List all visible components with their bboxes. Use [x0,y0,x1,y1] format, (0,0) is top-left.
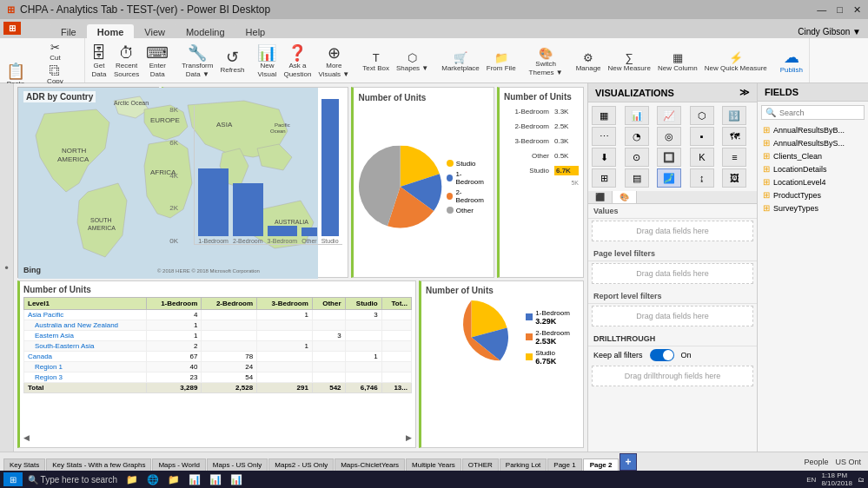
viz-icon-treemap[interactable]: ▪ [690,127,714,146]
start-button[interactable]: ⊞ [3,472,23,486]
tab-modeling[interactable]: Modeling [176,24,235,38]
viz-icon-line[interactable]: 📈 [657,106,681,125]
manage-button[interactable]: ⚙Manage [573,51,604,73]
get-data-button[interactable]: 🗄GetData [89,44,109,79]
data-table-card[interactable]: Number of Units Level1 1-Bedroom 2-Bedro… [17,280,416,448]
table-row: Canada 67 78 1 [24,352,412,362]
page-tab-multiple[interactable]: Multiple Years [406,458,461,471]
power-bi-logo[interactable]: ⊞ [3,22,21,35]
h-bar-x-max: 5K [504,180,579,186]
page-tab-maps-world[interactable]: Maps - World [152,458,205,471]
page-tab-key-stats[interactable]: Key Stats [3,458,45,471]
page-tab-page1[interactable]: Page 1 [547,458,581,471]
viz-drillthrough-dropzone[interactable]: Drag drillthrough fields here [592,366,753,386]
viz-drillthrough-toggle[interactable] [650,349,674,361]
viz-icon-area[interactable]: ⬡ [690,106,714,125]
viz-icon-donut[interactable]: ◎ [657,127,681,146]
from-file-button[interactable]: 📁From File [484,51,519,73]
user-name[interactable]: Cindy Gibson ▼ [791,25,868,38]
page-tab-maps-us[interactable]: Maps - US Only [207,458,268,471]
page-tab-key-stats-graphs[interactable]: Key Stats - With a few Graphs [46,458,151,471]
field-item-location[interactable]: ⊞ LocationDetails [758,162,868,175]
viz-icon-table[interactable]: ⊞ [592,168,616,188]
cell-region3-std [345,373,381,383]
recent-sources-button[interactable]: ⏱RecentSources [111,44,142,79]
taskbar-notif[interactable]: 🗂 [858,476,865,484]
new-measure-button[interactable]: ∑New Measure [606,51,653,73]
viz-tab-fields[interactable]: ⬛ [588,191,613,203]
viz-report-filters-dropzone[interactable]: Drag data fields here [592,306,753,326]
ask-question-button[interactable]: ❓Ask aQuestion [281,44,314,79]
pie-chart-2-card[interactable]: Number of Units [419,280,584,448]
viz-icon-bar[interactable]: ▦ [592,106,616,125]
field-item-product[interactable]: ⊞ ProductTypes [758,188,868,201]
shapes-button[interactable]: ⬡Shapes ▼ [394,51,431,73]
table-next-btn[interactable]: ▶ [406,433,412,442]
viz-icon-image[interactable]: 🖼 [722,168,746,188]
viz-icon-map[interactable]: 🗺 [722,127,746,146]
publish-button[interactable]: ☁Publish [778,49,805,75]
page-tab-other[interactable]: OTHER [462,458,499,471]
field-item-annual-b[interactable]: ⊞ AnnualResultsByB... [758,123,868,136]
viz-icon-rmap[interactable]: 🗾 [657,168,681,188]
viz-icon-matrix[interactable]: ▤ [625,168,649,188]
new-visual-button[interactable]: 📊NewVisual [255,44,279,79]
pie-chart-1-card[interactable]: Number of Units [351,87,494,278]
tab-help[interactable]: Help [235,24,276,38]
taskbar-icon-1[interactable]: 📁 [123,472,142,486]
viz-tab-format[interactable]: 🎨 [613,191,637,203]
taskbar-search[interactable]: 🔍 Type here to search [25,475,120,485]
taskbar-icon-3[interactable]: 📁 [164,472,183,486]
enter-data-button[interactable]: ⌨EnterData [143,44,171,79]
page-tab-maps2-us[interactable]: Maps2 - US Only [268,458,334,471]
cut-button[interactable]: ✂Cut [30,41,81,63]
viz-icon-kpi[interactable]: K [690,148,714,167]
map-card[interactable]: ADR by Country [17,87,159,278]
add-page-button[interactable]: + [620,453,636,471]
viz-icon-scatter[interactable]: ⋯ [592,127,616,146]
refresh-button[interactable]: ↺Refresh [217,49,247,75]
viz-icon-slicer[interactable]: ≡ [722,148,746,167]
text-box-button[interactable]: TText Box [360,51,392,73]
page-tab-parking[interactable]: Parking Lot [500,458,547,471]
maximize-btn[interactable]: □ [837,4,843,16]
tab-home[interactable]: Home [87,24,135,38]
h-bar-chart-card[interactable]: Number of Units 1-Bedroom 3.3K 2-Be [497,87,584,278]
taskbar-icon-4[interactable]: 📊 [185,472,204,486]
taskbar-icon-6[interactable]: 📊 [227,472,246,486]
tab-view[interactable]: View [134,24,176,38]
viz-icon-pie[interactable]: ◔ [625,127,649,146]
table-prev-btn[interactable]: ◀ [23,433,30,442]
viz-icon-funnel[interactable]: ⬇ [592,148,616,167]
field-item-clients[interactable]: ⊞ Clients_Clean [758,149,868,162]
new-column-button[interactable]: ▦New Column [655,51,700,73]
viz-icon-waterfall[interactable]: ↨ [690,168,714,188]
viz-report-filters-label: Report level filters [588,289,757,304]
marketplace-button[interactable]: 🛒Marketplace [439,51,482,73]
switch-theme-button[interactable]: 🎨SwitchThemes ▼ [527,47,566,77]
close-btn[interactable]: ✕ [853,4,861,16]
fields-search-box[interactable]: 🔍 [761,105,865,120]
viz-icon-ribbon[interactable]: 🔢 [722,106,746,125]
taskbar-icon-5[interactable]: 📊 [206,472,225,486]
viz-page-filters-dropzone[interactable]: Drag data fields here [592,263,753,284]
viz-values-dropzone[interactable]: Drag data fields here [592,221,753,241]
viz-icon-column[interactable]: 📊 [625,106,649,125]
fields-search-input[interactable] [779,109,860,117]
field-item-survey[interactable]: ⊞ SurveyTypes [758,201,868,214]
tab-file[interactable]: File [50,24,87,38]
table-scroll[interactable]: Level1 1-Bedroom 2-Bedroom 3-Bedroom Oth… [23,297,412,432]
more-visuals-button[interactable]: ⊕MoreVisuals ▼ [315,44,352,79]
viz-icon-gauge[interactable]: ⊙ [625,148,649,167]
quick-measure-button[interactable]: ⚡New Quick Measure [702,51,770,73]
field-item-annual-s[interactable]: ⊞ AnnualResultsByS... [758,136,868,149]
taskbar-icon-2[interactable]: 🌐 [143,472,162,486]
transform-button[interactable]: 🔧TransformData ▼ [179,44,215,79]
page-tab-chiclet[interactable]: Maps-ChicletYears [335,458,405,471]
legend-1bedroom-p2: 1-Bedroom 3.29K [526,309,570,326]
viz-icon-card[interactable]: 🔲 [657,148,681,167]
minimize-btn[interactable]: — [817,4,826,16]
viz-panel-expand[interactable]: ≫ [739,87,750,98]
field-item-location4[interactable]: ⊞ LocationLevel4 [758,175,868,188]
page-tab-page2[interactable]: Page 2 [583,458,620,471]
